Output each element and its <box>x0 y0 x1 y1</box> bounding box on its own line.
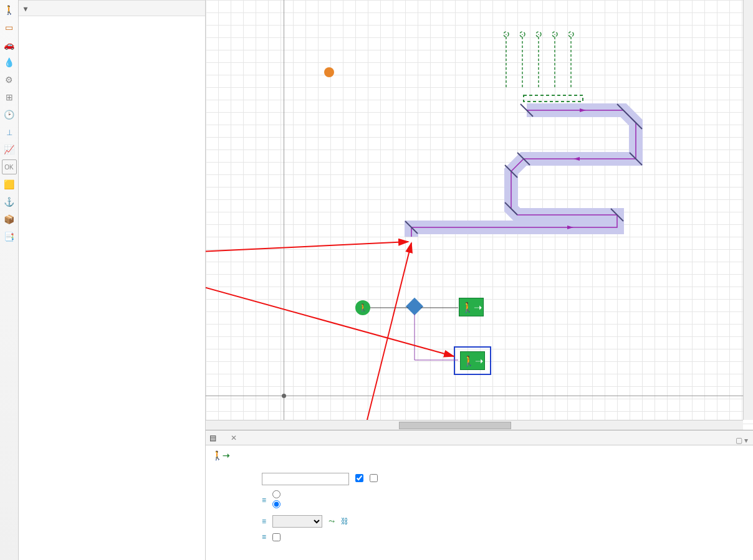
properties-title: 🚶➝ <box>206 445 753 465</box>
ignore-checkbox[interactable] <box>370 474 378 484</box>
svg-line-25 <box>206 242 408 257</box>
canvas[interactable]: 🚶 🚶➝ 🚶➝ <box>206 0 753 430</box>
svg-rect-10 <box>524 95 583 102</box>
path-shape-icon <box>393 103 655 246</box>
tool-icon[interactable]: ⊞ <box>2 90 17 105</box>
left-toolbar: 🚶 ▭ 🚗 💧 ⚙ ⊞ 🕑 ⟂ 📈 OK 🟨 ⚓ 📦 📑 <box>0 0 19 560</box>
param-link-icon[interactable]: ≡ <box>262 517 266 526</box>
pedgoto-node[interactable]: 🚶➝ <box>459 298 484 316</box>
select-output-node[interactable] <box>406 298 423 315</box>
tool-icon[interactable]: 💧 <box>2 55 17 70</box>
canvas-scrollbar-v[interactable] <box>743 0 753 420</box>
close-icon[interactable]: ✕ <box>231 434 237 442</box>
tool-icon[interactable]: 🚶 <box>2 2 17 17</box>
pedgoto1-node[interactable]: 🚶➝ <box>460 351 485 370</box>
param-link-icon[interactable]: ≡ <box>262 496 266 505</box>
svg-line-27 <box>337 243 411 430</box>
link-icon[interactable]: ⛓ <box>341 517 348 526</box>
properties-tabs: ▤ ✕ ▢ ▾ <box>206 430 753 445</box>
annotation-badge-icon <box>324 67 334 77</box>
reverse-checkbox[interactable] <box>272 533 281 541</box>
tool-icon[interactable]: ▭ <box>2 20 17 35</box>
panel-icon: ▤ <box>209 434 216 442</box>
tool-icon[interactable]: ⟂ <box>2 125 17 140</box>
panel-actions[interactable]: ▢ ▾ <box>736 433 748 448</box>
tool-icon[interactable]: ⚓ <box>2 194 17 209</box>
param-link-icon[interactable]: ≡ <box>262 533 266 541</box>
canvas-annotation <box>324 67 338 77</box>
mode-radio-target[interactable] <box>272 491 281 500</box>
palette-panel <box>19 0 206 560</box>
mode-radio-route[interactable] <box>272 501 281 510</box>
tool-icon[interactable]: ⚙ <box>2 72 17 87</box>
tool-icon[interactable]: 🕑 <box>2 107 17 122</box>
show-name-checkbox[interactable] <box>355 474 363 484</box>
spawn-area-icon <box>499 28 592 103</box>
tool-icon[interactable]: 🟨 <box>2 177 17 192</box>
properties-panel: ▤ ✕ ▢ ▾ 🚶➝ ≡ ≡ ⤳ ⛓ <box>206 430 753 560</box>
ped-icon: 🚶➝ <box>212 450 230 460</box>
pedsource-node[interactable]: 🚶 <box>355 300 370 315</box>
goto-icon[interactable]: ⤳ <box>329 517 335 526</box>
tool-icon[interactable]: 📈 <box>2 142 17 157</box>
palette-section-modules[interactable] <box>19 0 205 16</box>
tool-icon[interactable]: 📑 <box>2 229 17 244</box>
tool-icon[interactable]: OK <box>2 159 17 174</box>
name-field[interactable] <box>262 473 349 485</box>
canvas-scrollbar-h[interactable] <box>206 420 743 430</box>
tool-icon[interactable]: 🚗 <box>2 37 17 52</box>
route-select[interactable] <box>272 515 322 528</box>
tool-icon[interactable]: 📦 <box>2 212 17 227</box>
